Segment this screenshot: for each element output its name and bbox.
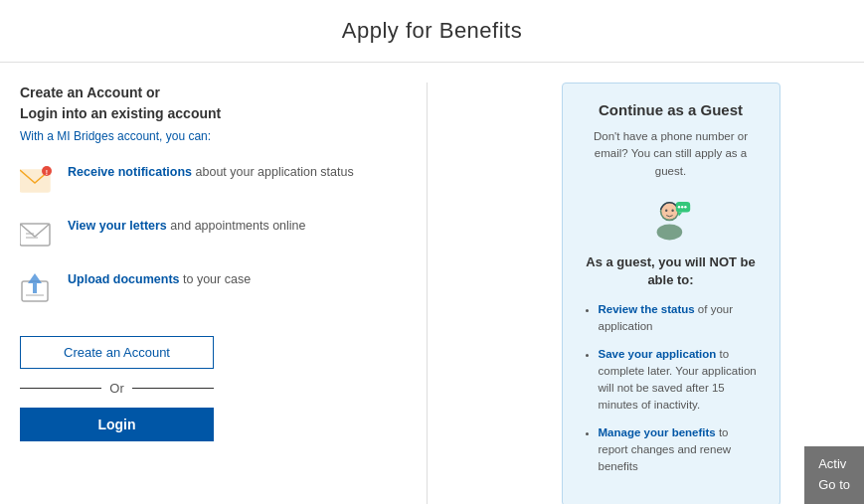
svg-marker-7 xyxy=(28,273,42,283)
divider-line-right xyxy=(132,388,214,389)
right-panel: Continue as a Guest Don't have a phone n… xyxy=(467,83,854,504)
svg-point-17 xyxy=(681,206,683,208)
svg-point-16 xyxy=(677,206,679,208)
svg-point-11 xyxy=(656,224,682,240)
guest-limitations-list: Review the status of your application Sa… xyxy=(583,301,760,475)
left-panel: Create an Account or Login into an exist… xyxy=(10,83,428,504)
guest-card-title: Continue as a Guest xyxy=(583,101,760,118)
or-divider: Or xyxy=(20,381,214,396)
page-header: Apply for Benefits xyxy=(0,0,864,63)
envelope-letters-icon xyxy=(20,217,56,252)
svg-point-13 xyxy=(665,209,667,211)
feature-list: ! Receive notifications about your appli… xyxy=(20,163,407,306)
list-item: ! Receive notifications about your appli… xyxy=(20,163,407,199)
panel-title: Create an Account or Login into an exist… xyxy=(20,83,407,124)
svg-rect-8 xyxy=(33,283,37,293)
svg-point-14 xyxy=(671,209,673,211)
list-item: View your letters and appointments onlin… xyxy=(20,217,407,252)
page-title: Apply for Benefits xyxy=(0,18,864,44)
create-account-button[interactable]: Create an Account xyxy=(20,336,214,369)
list-item: Upload documents to your case xyxy=(20,270,407,306)
list-item: Manage your benefits to report changes a… xyxy=(599,424,760,476)
list-item: Save your application to complete later.… xyxy=(599,346,760,415)
watermark-line2: Go to xyxy=(818,475,850,496)
guest-card-warning: As a guest, you will NOT be able to: xyxy=(583,253,760,289)
panel-subtitle: With a MI Bridges account, you can: xyxy=(20,129,407,143)
upload-icon xyxy=(20,270,56,306)
guest-avatar-icon xyxy=(647,194,695,242)
divider-line-left xyxy=(20,388,101,389)
feature-letters-text: View your letters and appointments onlin… xyxy=(68,217,306,236)
main-content: Create an Account or Login into an exist… xyxy=(0,63,864,504)
login-button[interactable]: Login xyxy=(20,408,214,441)
guest-card: Continue as a Guest Don't have a phone n… xyxy=(562,83,780,504)
svg-text:!: ! xyxy=(46,169,48,176)
feature-upload-text: Upload documents to your case xyxy=(68,270,251,289)
envelope-notification-icon: ! xyxy=(20,163,56,199)
list-item: Review the status of your application xyxy=(599,301,760,336)
guest-avatar-wrap xyxy=(583,194,760,242)
watermark-line1: Activ xyxy=(818,454,850,475)
middle-spacer xyxy=(428,83,467,504)
feature-notifications-text: Receive notifications about your applica… xyxy=(68,163,354,182)
guest-card-subtitle: Don't have a phone number or email? You … xyxy=(583,128,760,180)
svg-point-18 xyxy=(684,206,686,208)
or-label: Or xyxy=(109,381,123,396)
activation-watermark: Activ Go to xyxy=(804,446,864,504)
